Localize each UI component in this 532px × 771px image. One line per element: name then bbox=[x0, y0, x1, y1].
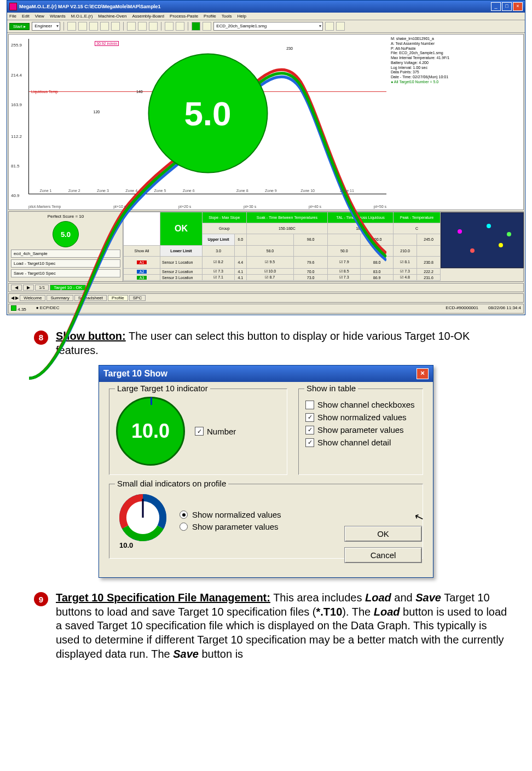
target10-show-dialog: Target 10 Show × Large Target 10 indicat… bbox=[99, 365, 433, 578]
maximize-button[interactable]: □ bbox=[502, 2, 512, 11]
chk-channel-detail[interactable]: ✓Show channel detail bbox=[305, 438, 416, 447]
y-tick: 214.4 bbox=[11, 72, 22, 77]
close-button[interactable]: × bbox=[513, 2, 523, 11]
status-value: 4.35 bbox=[18, 307, 26, 312]
group-show-in-table: Show in table bbox=[304, 384, 358, 393]
x-marker: pt+20 s bbox=[178, 205, 191, 208]
number-checkbox[interactable]: ✓Number bbox=[195, 427, 236, 436]
legend-line: Battery Voltage: 4.200 bbox=[391, 61, 521, 66]
menu-bar: File Edit View Wizards M.O.L.E.(r) Machi… bbox=[7, 13, 525, 20]
large-indicator-preview: 10.0 bbox=[116, 397, 185, 466]
zone-label: Zone 11 bbox=[340, 189, 354, 193]
toolbar-icon[interactable] bbox=[111, 22, 120, 31]
legend-line: Data Points: 375 bbox=[391, 70, 521, 75]
group-small-dial: Small dial indicators on profile bbox=[115, 479, 228, 488]
zone-label: Zone 3 bbox=[97, 189, 109, 193]
user-combo[interactable]: Engineer bbox=[32, 22, 60, 31]
x-marker: pt+40 s bbox=[309, 205, 321, 208]
menu-process[interactable]: Process-Paste bbox=[170, 14, 198, 19]
menu-help[interactable]: Help bbox=[237, 14, 246, 19]
toolbar-icon[interactable] bbox=[336, 22, 345, 31]
start-button[interactable]: Start ▸ bbox=[9, 23, 30, 30]
legend-line: A: Test Assembly Number bbox=[391, 42, 521, 47]
toolbar-icon[interactable] bbox=[149, 22, 158, 31]
small-dial-preview bbox=[119, 494, 166, 541]
large-target-value: 5.0 bbox=[184, 94, 231, 132]
board-image bbox=[441, 212, 524, 268]
menu-tools[interactable]: Tools bbox=[222, 14, 232, 19]
legend-line: File: ECD_20ch_Sample1.smg bbox=[391, 51, 521, 56]
radio-normalized[interactable]: Show normalized values bbox=[180, 510, 281, 519]
y-tick: 163.9 bbox=[11, 102, 22, 107]
app-icon bbox=[9, 3, 17, 10]
toolbar-icon[interactable] bbox=[100, 22, 109, 31]
chk-normalized-values[interactable]: ✓Show normalized values bbox=[305, 413, 416, 422]
menu-mole[interactable]: M.O.L.E.(r) bbox=[71, 14, 93, 19]
zone-label: Zone 5 bbox=[154, 189, 166, 193]
y-tick: 81.5 bbox=[11, 164, 20, 169]
legend-line: ● All Target10 Number = 5.0 bbox=[391, 80, 521, 85]
nav-prev[interactable]: ◀ bbox=[11, 285, 22, 291]
menu-view[interactable]: View bbox=[35, 14, 44, 19]
y-tick: 40.9 bbox=[11, 193, 20, 198]
legend-line: Date - Time: 02/27/06(Mon) 10:01 bbox=[391, 75, 521, 80]
item9-title: Target 10 Specification File Management: bbox=[56, 592, 270, 604]
large-target-indicator: 5.0 bbox=[148, 53, 268, 173]
radio-parameter[interactable]: Show parameter values bbox=[180, 522, 281, 531]
doc-item-9: 9 Target 10 Specification File Managemen… bbox=[0, 591, 532, 661]
zone-label: Zone 10 bbox=[300, 189, 315, 193]
y-tick: 112.2 bbox=[11, 134, 22, 138]
zone-label: Zone 4 bbox=[125, 189, 137, 193]
zone-label: Zone 6 bbox=[183, 189, 195, 193]
zone-label: Zone 9 bbox=[265, 189, 277, 193]
toolbar-icon[interactable] bbox=[127, 22, 136, 31]
ok-button[interactable]: OK bbox=[344, 526, 422, 542]
legend-line: Log Interval: 1.00 sec bbox=[391, 66, 521, 71]
group-large-indicator: Large Target 10 indicator bbox=[115, 384, 210, 393]
toolbar-icon[interactable] bbox=[89, 22, 98, 31]
menu-edit[interactable]: Edit bbox=[22, 14, 30, 19]
toolbar-icon[interactable] bbox=[176, 22, 184, 31]
zone-label: Zone 8 bbox=[236, 189, 248, 193]
window-title: MegaM.O.L.E.(r) MAP V2.15 C:\ECD\MegaMol… bbox=[19, 4, 491, 9]
toolbar-icon[interactable] bbox=[203, 22, 211, 31]
status-datetime: 08/22/06 11:34:4 bbox=[488, 305, 521, 312]
x-marker: pilot-Markers Temp bbox=[28, 205, 61, 208]
legend-line: Max Internal Temperature: 41.9F/1 bbox=[391, 56, 521, 61]
chk-parameter-values[interactable]: ✓Show parameter values bbox=[305, 425, 416, 434]
toolbar-icon[interactable] bbox=[165, 22, 174, 31]
toolbar-icon[interactable] bbox=[138, 22, 147, 31]
y-tick: 255.9 bbox=[11, 43, 22, 48]
plot-area: Liquidous Temp 30.92 in/min 120 140 160 … bbox=[28, 39, 386, 194]
toolbar-icon[interactable] bbox=[67, 22, 76, 31]
menu-wizards[interactable]: Wizards bbox=[50, 14, 66, 19]
menu-file[interactable]: File bbox=[9, 14, 16, 19]
menu-profile[interactable]: Profile bbox=[204, 14, 216, 19]
legend-line: P: Alt-NoPaste bbox=[391, 47, 521, 51]
zone-label: Zone 2 bbox=[68, 189, 80, 193]
x-marker: pt+50 s bbox=[374, 205, 386, 208]
status-led-icon bbox=[11, 305, 16, 311]
x-marker: pt+10 s bbox=[113, 205, 126, 208]
menu-assembly[interactable]: Assembly-Board bbox=[132, 14, 164, 19]
menu-machine[interactable]: Machine-Oven bbox=[98, 14, 126, 19]
dialog-close-button[interactable]: × bbox=[417, 368, 429, 379]
main-app-window: MegaM.O.L.E.(r) MAP V2.15 C:\ECD\MegaMol… bbox=[7, 0, 525, 315]
zone-label: Zone 1 bbox=[40, 189, 52, 193]
profile-graph: 255.9 214.4 163.9 112.2 81.5 40.9 Liquid… bbox=[8, 34, 524, 210]
cancel-button[interactable]: Cancel bbox=[344, 547, 422, 563]
legend-box: M: shake_lrn10012901_a A: Test Assembly … bbox=[391, 37, 521, 85]
toolbar-icon[interactable] bbox=[325, 22, 334, 31]
bullet-9-icon: 9 bbox=[34, 592, 48, 606]
toolbar: Start ▸ Engineer ECD_20ch_Sample1.smg bbox=[7, 20, 525, 33]
toolbar-icon[interactable] bbox=[192, 22, 200, 31]
x-marker: pt+30 s bbox=[244, 205, 256, 208]
window-titlebar: MegaM.O.L.E.(r) MAP V2.15 C:\ECD\MegaMol… bbox=[7, 1, 525, 13]
minimize-button[interactable]: _ bbox=[491, 2, 501, 11]
dial-label: 10.0 bbox=[119, 541, 166, 549]
legend-line: M: shake_lrn10012901_a bbox=[391, 37, 521, 42]
status-serial: ECD-#90000001 bbox=[446, 305, 478, 312]
file-combo[interactable]: ECD_20ch_Sample1.smg bbox=[213, 22, 323, 31]
chk-channel-checkboxes[interactable]: Show channel checkboxes bbox=[305, 400, 416, 409]
toolbar-icon[interactable] bbox=[78, 22, 87, 31]
